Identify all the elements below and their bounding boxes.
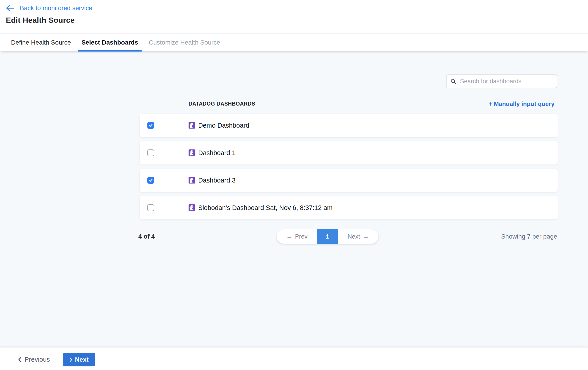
dashboard-row: Dashboard 3 <box>140 169 558 192</box>
tab-define-health-source[interactable]: Define Health Source <box>7 33 75 51</box>
row-checkbox[interactable] <box>147 149 154 156</box>
arrow-right-icon: → <box>363 233 369 240</box>
pagination-next-label: Next <box>347 233 360 240</box>
tab-bar: Define Health Source Select Dashboards C… <box>0 33 588 51</box>
page-footer: Previous Next <box>0 347 588 370</box>
dashboard-row: Dashboard 1 <box>140 141 558 164</box>
checkmark-icon <box>149 124 153 127</box>
pagination-prev-button[interactable]: ← Prev <box>277 229 317 244</box>
datadog-icon <box>189 204 195 211</box>
datadog-icon <box>189 122 195 129</box>
dashboard-name: Slobodan's Dashboard Sat, Nov 6, 8:37:12… <box>198 204 333 212</box>
chevron-right-icon <box>70 357 73 362</box>
tab-select-dashboards[interactable]: Select Dashboards <box>78 33 142 51</box>
dashboard-search[interactable] <box>446 75 557 88</box>
search-icon <box>451 78 456 84</box>
dashboard-list: Demo Dashboard Dashboard <box>140 114 558 223</box>
dashboard-name-cell: Dashboard 3 <box>189 177 235 184</box>
dashboard-name-cell: Demo Dashboard <box>189 122 249 129</box>
dashboard-row: Slobodan's Dashboard Sat, Nov 6, 8:37:12… <box>140 196 558 219</box>
arrow-left-icon <box>6 5 14 11</box>
pagination-page-1[interactable]: 1 <box>317 229 338 244</box>
edit-health-source-page: Back to monitored service Edit Health So… <box>0 0 588 370</box>
pagination-range: 4 of 4 <box>138 229 155 244</box>
page-header: Back to monitored service Edit Health So… <box>0 0 588 33</box>
per-page-label: Showing 7 per page <box>501 229 557 244</box>
dashboard-name-cell: Slobodan's Dashboard Sat, Nov 6, 8:37:12… <box>189 204 333 212</box>
pagination-next-button[interactable]: Next → <box>338 229 378 244</box>
row-checkbox[interactable] <box>147 204 154 211</box>
page-title: Edit Health Source <box>6 16 75 24</box>
content-area: DATADOG DASHBOARDS + Manually input quer… <box>0 52 588 347</box>
tab-customize-health-source[interactable]: Customize Health Source <box>145 33 224 51</box>
dashboard-name: Dashboard 1 <box>198 149 235 157</box>
datadog-icon <box>189 149 195 156</box>
table-column-header: DATADOG DASHBOARDS <box>189 101 255 107</box>
dashboard-row: Demo Dashboard <box>140 114 558 137</box>
previous-button-label: Previous <box>24 356 50 363</box>
next-button-label: Next <box>75 356 89 363</box>
dashboard-name-cell: Dashboard 1 <box>189 149 235 157</box>
pagination-control: ← Prev 1 Next → <box>277 229 378 244</box>
back-link-label: Back to monitored service <box>20 4 92 12</box>
manually-input-query-link[interactable]: + Manually input query <box>489 101 555 108</box>
dashboard-name: Demo Dashboard <box>198 122 249 129</box>
previous-button[interactable]: Previous <box>18 353 50 366</box>
back-link[interactable]: Back to monitored service <box>6 4 92 12</box>
chevron-left-icon <box>18 357 21 362</box>
dashboard-name: Dashboard 3 <box>198 177 235 184</box>
pagination-prev-label: Prev <box>295 233 307 240</box>
row-checkbox[interactable] <box>147 177 154 184</box>
arrow-left-icon: ← <box>286 233 292 240</box>
next-button[interactable]: Next <box>63 353 95 366</box>
row-checkbox[interactable] <box>147 122 154 129</box>
checkmark-icon <box>149 178 153 182</box>
search-input[interactable] <box>460 78 553 85</box>
datadog-icon <box>189 177 195 184</box>
